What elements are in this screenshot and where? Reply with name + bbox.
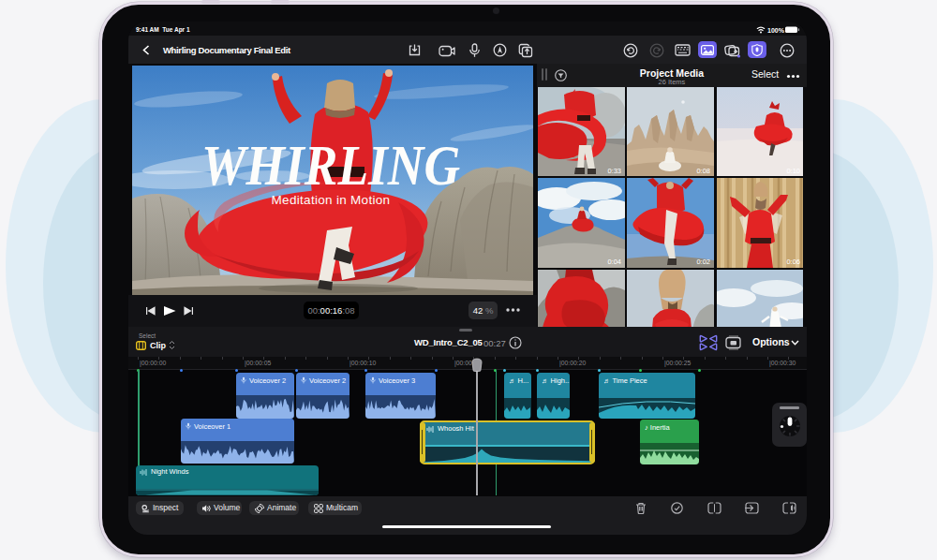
svg-text:0:04: 0:04 — [607, 258, 621, 266]
svg-text:0:02: 0:02 — [697, 258, 711, 266]
svg-text:0:08: 0:08 — [697, 167, 711, 175]
svg-text:0:33: 0:33 — [607, 167, 621, 175]
svg-text:100%: 100% — [767, 27, 785, 34]
svg-text:0:06: 0:06 — [786, 258, 800, 266]
svg-text:WHIRLING: WHIRLING — [201, 133, 460, 197]
svg-text:Meditation in Motion: Meditation in Motion — [272, 193, 391, 207]
svg-text:0:10: 0:10 — [786, 167, 800, 175]
